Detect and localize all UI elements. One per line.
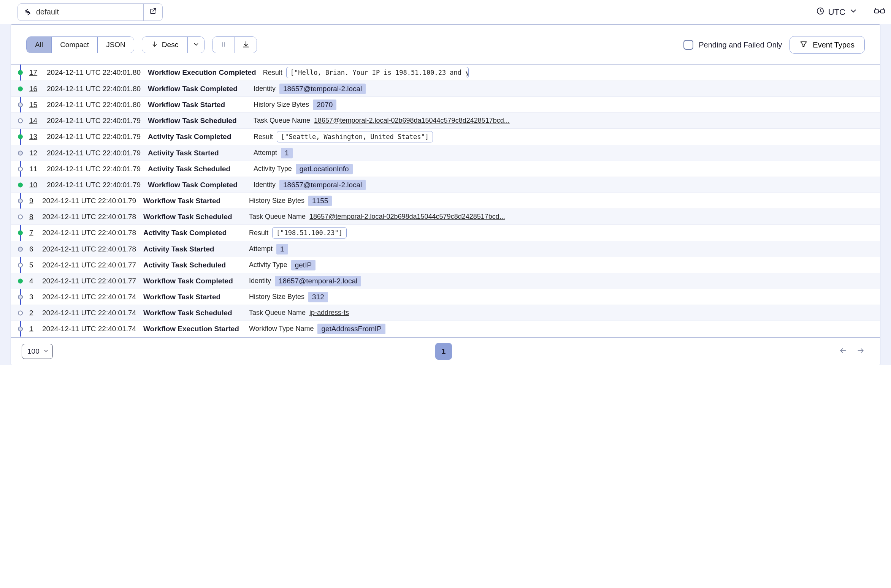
view-mode-json[interactable]: JSON <box>97 37 134 53</box>
event-meta-code[interactable]: ["Seattle, Washington, United States"] <box>277 131 433 142</box>
arrow-right-icon <box>856 348 866 356</box>
event-row[interactable]: 112024-12-11 UTC 22:40:01.79Activity Tas… <box>11 161 880 177</box>
event-type: Workflow Task Scheduled <box>143 213 242 221</box>
sort-dropdown[interactable] <box>187 37 204 53</box>
event-row[interactable]: 122024-12-11 UTC 22:40:01.79Activity Tas… <box>11 145 880 161</box>
event-id[interactable]: 2 <box>29 309 35 317</box>
timeline-dot-icon <box>18 294 23 299</box>
timeline-dot-icon <box>18 134 23 139</box>
event-id[interactable]: 15 <box>29 101 40 109</box>
event-id[interactable]: 7 <box>29 229 35 237</box>
sort-control: Desc <box>142 36 205 53</box>
namespace-open-external[interactable] <box>143 4 162 21</box>
event-type: Workflow Execution Completed <box>148 68 256 77</box>
event-id[interactable]: 17 <box>29 68 40 77</box>
event-meta-label: Identity <box>254 181 276 189</box>
pause-button[interactable] <box>212 37 235 53</box>
event-type: Activity Task Started <box>148 149 247 157</box>
event-id[interactable]: 5 <box>29 261 35 269</box>
view-mode-all[interactable]: All <box>27 37 51 53</box>
event-meta-label: Result <box>263 69 282 77</box>
event-timestamp: 2024-12-11 UTC 22:40:01.80 <box>47 101 141 109</box>
event-meta: History Size Bytes312 <box>249 292 328 302</box>
event-meta: Task Queue Name18657@temporal-2.local-02… <box>249 213 505 221</box>
event-meta-pill: getLocationInfo <box>296 164 353 174</box>
event-id[interactable]: 3 <box>29 293 35 301</box>
event-id[interactable]: 12 <box>29 149 40 157</box>
event-meta-link[interactable]: 18657@temporal-2.local-02b698da15044c579… <box>309 213 505 221</box>
event-id[interactable]: 16 <box>29 85 40 93</box>
labs-toggle[interactable] <box>874 7 885 17</box>
namespace-main[interactable]: default <box>18 4 143 21</box>
event-row[interactable]: 62024-12-11 UTC 22:40:01.78Activity Task… <box>11 241 880 257</box>
event-meta-link[interactable]: ip-address-ts <box>309 309 349 317</box>
event-row[interactable]: 42024-12-11 UTC 22:40:01.77Workflow Task… <box>11 273 880 289</box>
timeline-dot-icon <box>18 118 23 123</box>
page-size-select[interactable]: 100 <box>22 344 53 359</box>
timeline-dot-icon <box>18 278 23 283</box>
event-id[interactable]: 11 <box>29 165 40 173</box>
event-id[interactable]: 13 <box>29 133 40 141</box>
timeline-dot-icon <box>18 86 23 91</box>
chevron-down-icon <box>43 347 49 356</box>
event-id[interactable]: 1 <box>29 325 35 333</box>
event-row[interactable]: 52024-12-11 UTC 22:40:01.77Activity Task… <box>11 257 880 273</box>
event-row[interactable]: 152024-12-11 UTC 22:40:01.80Workflow Tas… <box>11 96 880 112</box>
event-row[interactable]: 82024-12-11 UTC 22:40:01.78Workflow Task… <box>11 209 880 224</box>
namespace-selector[interactable]: default <box>17 3 163 21</box>
timeline-dot-icon <box>18 214 23 219</box>
timeline-dot-icon <box>18 102 23 107</box>
event-id[interactable]: 10 <box>29 181 40 189</box>
event-meta-pill: 312 <box>308 292 328 302</box>
events-toolbar: All Compact JSON Desc <box>11 25 880 64</box>
event-id[interactable]: 9 <box>29 197 35 205</box>
page-prev[interactable] <box>834 347 852 356</box>
event-id[interactable]: 14 <box>29 117 40 125</box>
event-type: Workflow Task Completed <box>148 181 247 189</box>
history-tools <box>212 36 257 53</box>
page-number-current[interactable]: 1 <box>435 343 452 360</box>
timeline-dot-icon <box>18 326 23 331</box>
view-mode-compact[interactable]: Compact <box>51 37 97 53</box>
event-meta-label: Identity <box>249 277 271 285</box>
event-meta-link[interactable]: 18657@temporal-2.local-02b698da15044c579… <box>314 117 510 125</box>
pending-failed-filter[interactable]: Pending and Failed Only <box>683 40 782 50</box>
event-row[interactable]: 142024-12-11 UTC 22:40:01.79Workflow Tas… <box>11 112 880 128</box>
event-row[interactable]: 72024-12-11 UTC 22:40:01.78Activity Task… <box>11 224 880 241</box>
event-id[interactable]: 8 <box>29 213 35 221</box>
event-meta-label: History Size Bytes <box>249 293 304 301</box>
events-card: All Compact JSON Desc <box>11 24 880 365</box>
event-type: Workflow Task Completed <box>143 277 242 285</box>
download-button[interactable] <box>235 37 257 53</box>
event-id[interactable]: 6 <box>29 245 35 253</box>
event-meta-code[interactable]: ["Hello, Brian. Your IP is 198.51.100.23… <box>286 67 469 78</box>
event-row[interactable]: 32024-12-11 UTC 22:40:01.74Workflow Task… <box>11 289 880 305</box>
events-list-container: 172024-12-11 UTC 22:40:01.80Workflow Exe… <box>11 64 880 337</box>
event-id[interactable]: 4 <box>29 277 35 285</box>
event-type: Workflow Execution Started <box>143 325 242 333</box>
page-next[interactable] <box>852 347 869 356</box>
event-row[interactable]: 102024-12-11 UTC 22:40:01.79Workflow Tas… <box>11 177 880 193</box>
timezone-selector[interactable]: UTC <box>816 7 858 17</box>
event-row[interactable]: 162024-12-11 UTC 22:40:01.80Workflow Tas… <box>11 81 880 96</box>
event-row[interactable]: 92024-12-11 UTC 22:40:01.79Workflow Task… <box>11 193 880 209</box>
event-meta-label: History Size Bytes <box>249 197 304 205</box>
event-meta-pill: 18657@temporal-2.local <box>279 84 366 94</box>
event-row[interactable]: 12024-12-11 UTC 22:40:01.74Workflow Exec… <box>11 321 880 337</box>
event-meta: Activity TypegetLocationInfo <box>254 164 353 174</box>
timeline-dot-icon <box>18 150 23 155</box>
event-timestamp: 2024-12-11 UTC 22:40:01.78 <box>42 245 136 253</box>
event-meta: Result["Hello, Brian. Your IP is 198.51.… <box>263 67 469 78</box>
event-types-filter[interactable]: Event Types <box>790 36 865 54</box>
timeline-dot-icon <box>18 198 23 203</box>
external-link-icon <box>149 7 157 17</box>
sort-button[interactable]: Desc <box>142 37 187 53</box>
event-meta-code[interactable]: ["198.51.100.23"] <box>272 227 347 239</box>
events-footer: 100 1 <box>11 337 880 365</box>
event-meta-label: Attempt <box>254 149 277 157</box>
event-timestamp: 2024-12-11 UTC 22:40:01.79 <box>47 117 141 125</box>
event-row[interactable]: 132024-12-11 UTC 22:40:01.79Activity Tas… <box>11 128 880 145</box>
event-meta-pill: getIP <box>291 260 315 270</box>
event-row[interactable]: 172024-12-11 UTC 22:40:01.80Workflow Exe… <box>11 65 880 81</box>
event-row[interactable]: 22024-12-11 UTC 22:40:01.74Workflow Task… <box>11 305 880 321</box>
